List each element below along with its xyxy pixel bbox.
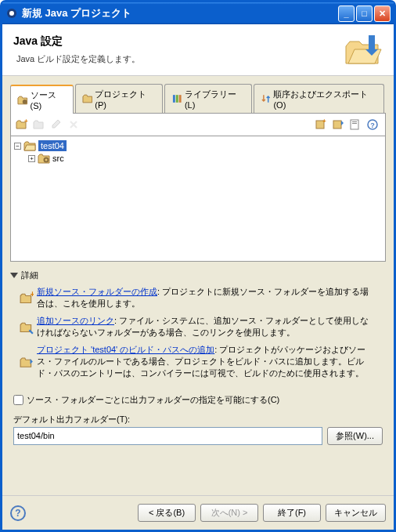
app-icon (5, 7, 18, 20)
svg-rect-13 (352, 123, 357, 124)
page-title: Java 設定 (13, 34, 344, 49)
tab-order[interactable]: 順序およびエクスポート(O) (254, 84, 384, 113)
close-button[interactable]: ✕ (374, 5, 391, 22)
source-tree[interactable]: − test04 + src (10, 136, 386, 262)
help-button[interactable]: ? (10, 505, 26, 521)
tabs: ソース(S) プロジェクト(P) ライブラリー(L) 順序およびエクスポート(O… (10, 84, 386, 114)
order-icon (261, 93, 272, 104)
output-folder-input[interactable] (13, 427, 322, 445)
detail-new-source: + 新規ソース・フォルダーの作成: プロジェクトに新規ソース・フォルダーを追加す… (20, 286, 376, 310)
folder-java-icon (344, 32, 383, 67)
toolbar: + + ? (10, 114, 386, 136)
add-folder-button[interactable]: + (14, 117, 30, 132)
svg-rect-2 (369, 35, 375, 49)
remove-button (66, 117, 81, 132)
toolbar-btn-1[interactable]: + (313, 117, 329, 132)
expand-icon[interactable]: + (28, 155, 35, 162)
tab-source[interactable]: ソース(S) (10, 85, 74, 114)
finish-button[interactable]: 終了(F) (263, 504, 321, 522)
tab-libraries[interactable]: ライブラリー(L) (164, 84, 251, 113)
svg-text:+: + (24, 118, 28, 125)
output-folder-label: デフォルト出力フォルダー(T): (13, 414, 383, 425)
minimize-button[interactable]: _ (338, 5, 355, 22)
cancel-button[interactable]: キャンセル (326, 504, 386, 522)
svg-rect-11 (351, 120, 358, 129)
tree-child-label[interactable]: src (52, 154, 64, 163)
svg-rect-10 (333, 121, 341, 128)
edit-button (49, 117, 64, 132)
svg-rect-12 (352, 121, 357, 122)
next-button: 次へ(N) > (200, 504, 258, 522)
buildpath-icon (20, 345, 34, 380)
allow-output-checkbox[interactable] (13, 395, 23, 405)
new-source-icon: + (20, 287, 34, 310)
source-folder-icon (38, 153, 50, 164)
details-label: 詳細 (21, 270, 38, 281)
svg-rect-5 (176, 95, 178, 103)
tree-root-label[interactable]: test04 (38, 140, 67, 151)
detail-link-source-link[interactable]: 追加ソースのリンク (37, 316, 114, 325)
svg-text:+: + (31, 290, 34, 299)
svg-point-3 (23, 100, 27, 104)
maximize-button[interactable]: □ (356, 5, 373, 22)
svg-text:+: + (322, 118, 326, 125)
tab-projects[interactable]: プロジェクト(P) (75, 84, 164, 113)
tree-root[interactable]: − test04 (14, 139, 382, 152)
tab-order-label: 順序およびエクスポート(O) (273, 89, 377, 110)
wizard-header: Java 設定 Java ビルド設定を定義します。 (2, 24, 394, 76)
details-toggle[interactable]: 詳細 (10, 270, 386, 281)
triangle-down-icon (10, 273, 18, 278)
titlebar: 新規 Java プロジェクト _ □ ✕ (2, 2, 394, 24)
browse-button[interactable]: 参照(W)... (327, 427, 383, 445)
project-icon (82, 93, 93, 104)
help-icon[interactable]: ? (365, 117, 380, 132)
tab-projects-label: プロジェクト(P) (95, 89, 156, 110)
window-title: 新規 Java プロジェクト (22, 6, 338, 20)
svg-point-1 (9, 11, 14, 16)
project-folder-icon (23, 140, 36, 151)
tree-child[interactable]: + src (14, 152, 382, 165)
detail-link-source: 追加ソースのリンク: ファイル・システムに、追加ソース・フォルダーとして使用しな… (20, 315, 376, 339)
page-description: Java ビルド設定を定義します。 (16, 53, 344, 65)
collapse-icon[interactable]: − (14, 143, 21, 150)
source-folder-icon (17, 95, 28, 106)
footer: ? < 戻る(B) 次へ(N) > 終了(F) キャンセル (2, 495, 394, 530)
toolbar-btn-2[interactable] (330, 117, 346, 132)
link-source-icon (20, 316, 34, 339)
back-button[interactable]: < 戻る(B) (138, 504, 196, 522)
svg-point-17 (45, 159, 48, 161)
detail-new-source-link[interactable]: 新規ソース・フォルダーの作成 (37, 287, 157, 296)
tab-source-label: ソース(S) (31, 89, 67, 110)
tab-libraries-label: ライブラリー(L) (185, 89, 245, 110)
svg-text:?: ? (370, 121, 375, 129)
svg-rect-6 (179, 95, 182, 103)
library-icon (171, 93, 182, 104)
detail-add-buildpath: プロジェクト 'test04' のビルド・パスへの追加: プロジェクトがパッケー… (20, 344, 376, 380)
allow-output-label: ソース・フォルダーごとに出力フォルダーの指定を可能にする(C) (27, 394, 279, 406)
toolbar-btn-3[interactable] (347, 117, 363, 132)
link-folder-button (31, 117, 47, 132)
svg-rect-4 (173, 95, 175, 103)
detail-add-buildpath-link[interactable]: プロジェクト 'test04' のビルド・パスへの追加 (37, 345, 214, 354)
